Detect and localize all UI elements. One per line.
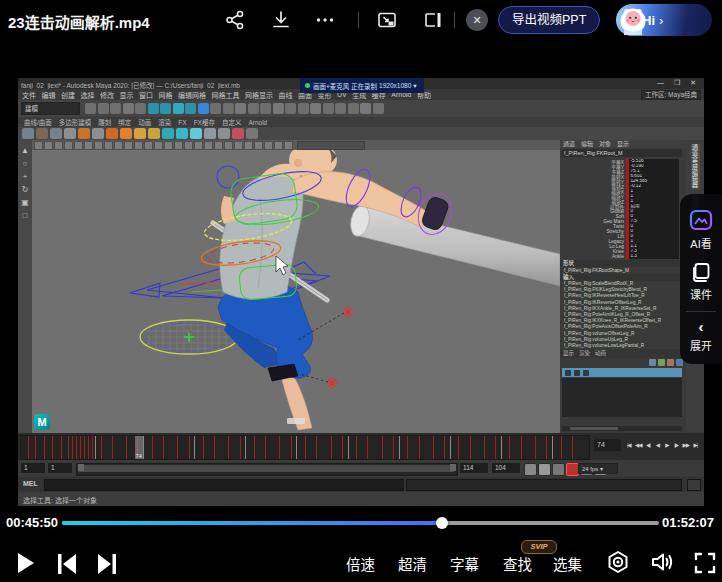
volume-icon[interactable]: [649, 549, 675, 575]
progress-thumb[interactable]: [436, 517, 448, 529]
status-icon-19[interactable]: [323, 103, 334, 114]
channel-value[interactable]: 1: [629, 189, 679, 194]
shelf-tab-Arnold[interactable]: Arnold: [248, 119, 267, 126]
viewport-toolbar-icon-22[interactable]: [254, 141, 263, 150]
status-icon-22[interactable]: [360, 103, 371, 114]
viewport-toolbar-icon-20[interactable]: [234, 141, 243, 150]
tab-channel-box[interactable]: 通道盒/层编辑器: [691, 144, 700, 188]
channel-value[interactable]: -0.190: [629, 164, 679, 169]
shelf-icon-7[interactable]: [120, 128, 132, 139]
settings-icon[interactable]: [605, 549, 631, 575]
viewport-toolbar-icon-1[interactable]: [44, 141, 53, 150]
viewport-toolbar-icon-8[interactable]: [114, 141, 123, 150]
timeline-playback-2[interactable]: ◀|: [643, 439, 653, 452]
channel-box-node-name[interactable]: f_PiRen_Rig:FKRoot_M: [562, 149, 682, 157]
channel-value[interactable]: 0: [629, 234, 679, 239]
layer-toolbar-icon-3[interactable]: [676, 359, 683, 366]
speed-button[interactable]: 倍速: [346, 553, 375, 574]
workspace-selector[interactable]: 工作区: Maya经典: [641, 90, 701, 100]
timeline-playback-6[interactable]: ▶▶: [681, 439, 691, 452]
status-icon-5[interactable]: [148, 103, 159, 114]
menu-修改[interactable]: 修改: [100, 90, 114, 100]
channel-value[interactable]: 7.5: [629, 219, 679, 224]
channel-value[interactable]: 1: [629, 199, 679, 204]
menu-网格显示[interactable]: 网格显示: [245, 90, 273, 100]
shelf-tab-FX[interactable]: FX: [178, 119, 186, 126]
layer-toolbar-icon-2[interactable]: [667, 359, 674, 366]
layer-tab-渲染[interactable]: 渲染: [579, 349, 590, 358]
expand-label[interactable]: 展开: [690, 337, 712, 353]
viewport-toolbar-icon-5[interactable]: [84, 141, 93, 150]
shelf-icon-16[interactable]: [246, 128, 258, 139]
layer-toolbar-icon-0[interactable]: [649, 359, 656, 366]
toolbox-tool-5[interactable]: □: [23, 209, 28, 222]
shelf-icon-1[interactable]: [36, 128, 48, 139]
toolbox-tool-4[interactable]: ▣: [21, 196, 29, 209]
range-start-field[interactable]: 1: [21, 463, 45, 473]
layer-toolbar-icon-1[interactable]: [658, 359, 665, 366]
shelf-icon-2[interactable]: [50, 128, 62, 139]
viewport-toolbar-icon-10[interactable]: [134, 141, 143, 150]
viewport-toolbar-icon-11[interactable]: [144, 141, 153, 150]
menu-网格[interactable]: 网格: [159, 90, 173, 100]
shelf-icon-3[interactable]: [64, 128, 76, 139]
cb-menu-显示[interactable]: 显示: [617, 140, 629, 148]
range-icon-0[interactable]: [524, 463, 537, 476]
shelf-icon-0[interactable]: [22, 128, 34, 139]
menu-编辑[interactable]: 编辑: [42, 90, 56, 100]
status-icon-12[interactable]: [235, 103, 246, 114]
viewport-toolbar-icon-23[interactable]: [264, 141, 273, 150]
assistant-button[interactable]: Hi ›: [616, 4, 712, 36]
status-icon-20[interactable]: [335, 103, 346, 114]
status-icon-16[interactable]: [285, 103, 296, 114]
menu-选择[interactable]: 选择: [81, 90, 95, 100]
shelf-tab-雕刻[interactable]: 雕刻: [98, 117, 111, 127]
toolbox-tool-1[interactable]: ○: [23, 157, 28, 170]
quality-button[interactable]: 超清: [398, 553, 427, 574]
recording-chevron-icon[interactable]: ▾: [413, 82, 416, 90]
channel-value[interactable]: 1.1: [629, 244, 679, 249]
fullscreen-icon[interactable]: [692, 550, 718, 576]
video-frame[interactable]: fanji_02_jiexi* - Autodesk Maya 2020: [已…: [18, 78, 704, 506]
timeline-current-frame-marker[interactable]: 74: [135, 436, 143, 459]
viewport-toolbar-icon-12[interactable]: [154, 141, 163, 150]
display-layer-row[interactable]: [562, 368, 682, 377]
download-icon[interactable]: [270, 9, 292, 31]
play-button[interactable]: [12, 550, 38, 576]
status-icon-23[interactable]: [373, 103, 384, 114]
fps-dropdown[interactable]: 24 fps ▾: [578, 463, 618, 474]
more-icon[interactable]: [314, 9, 336, 31]
timeline-playback-3[interactable]: ◀: [653, 439, 663, 452]
shelf-icon-12[interactable]: [190, 128, 202, 139]
menu-网格工具[interactable]: 网格工具: [212, 90, 240, 100]
channel-value[interactable]: 1.3: [629, 254, 679, 259]
viewport-toolbar-icon-14[interactable]: [174, 141, 183, 150]
shelf-tab-动画[interactable]: 动画: [138, 117, 151, 127]
channel-value[interactable]: 0: [629, 229, 679, 234]
timeline-playback-5[interactable]: |▶: [672, 439, 682, 452]
toolbox-tool-3[interactable]: ↻: [22, 183, 29, 196]
viewport-toolbar-icon-2[interactable]: [54, 141, 63, 150]
script-editor-icon[interactable]: [687, 479, 701, 491]
menu-编辑网格[interactable]: 编辑网格: [178, 90, 206, 100]
cb-menu-编辑[interactable]: 编辑: [581, 140, 593, 148]
next-episode-button[interactable]: [94, 551, 120, 577]
timeline-playback-0[interactable]: |◀: [624, 439, 634, 452]
shelf-icon-5[interactable]: [92, 128, 104, 139]
channel-value[interactable]: 7.3: [629, 249, 679, 254]
viewport-toolbar-icon-3[interactable]: [64, 141, 73, 150]
subtitle-button[interactable]: 字幕: [450, 553, 479, 574]
channel-value[interactable]: 0: [629, 209, 679, 214]
shape-node[interactable]: f_PiRen_Rig:FKRootShape_M: [564, 268, 682, 273]
channel-value[interactable]: 6.601: [629, 174, 679, 179]
layer-scrollbar[interactable]: [562, 426, 682, 431]
status-icon-1[interactable]: [98, 103, 109, 114]
ai-view-icon[interactable]: [689, 208, 713, 232]
viewport-toolbar-icon-24[interactable]: [274, 141, 283, 150]
courseware-icon[interactable]: [690, 261, 712, 283]
export-ppt-button[interactable]: 导出视频PPT: [498, 6, 600, 34]
status-icon-21[interactable]: [348, 103, 359, 114]
timeline-playback-1[interactable]: ◀◀: [634, 439, 644, 452]
viewport-toolbar-icon-6[interactable]: [94, 141, 103, 150]
viewport-camera-chip[interactable]: [297, 141, 365, 150]
